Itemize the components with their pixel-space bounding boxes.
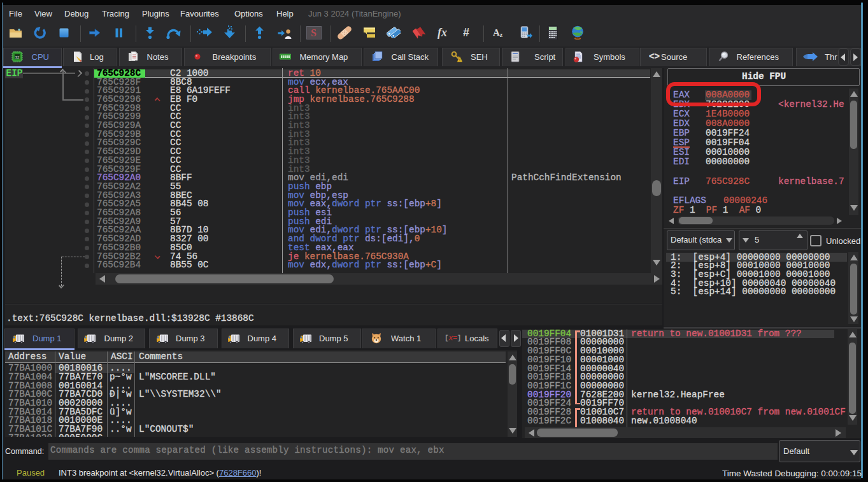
svg-text:32: 32 — [15, 55, 19, 59]
svg-text:!: ! — [459, 58, 460, 62]
